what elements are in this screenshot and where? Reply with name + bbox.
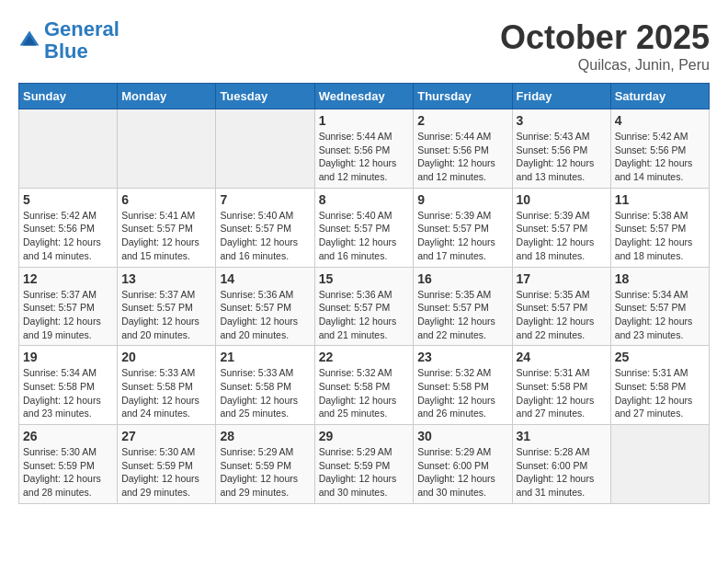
day-cell: 29Sunrise: 5:29 AM Sunset: 5:59 PM Dayli…	[314, 425, 414, 504]
day-cell: 11Sunrise: 5:38 AM Sunset: 5:57 PM Dayli…	[610, 188, 709, 267]
day-number: 10	[517, 192, 607, 207]
day-info: Sunrise: 5:35 AM Sunset: 5:57 PM Dayligh…	[417, 288, 507, 342]
day-info: Sunrise: 5:36 AM Sunset: 5:57 PM Dayligh…	[319, 288, 410, 342]
day-cell: 16Sunrise: 5:35 AM Sunset: 5:57 PM Dayli…	[414, 267, 512, 346]
day-number: 31	[517, 429, 607, 443]
day-number: 7	[220, 192, 310, 207]
weekday-header-row: SundayMondayTuesdayWednesdayThursdayFrid…	[19, 84, 710, 109]
day-number: 27	[121, 429, 211, 443]
week-row-3: 12Sunrise: 5:37 AM Sunset: 5:57 PM Dayli…	[19, 267, 710, 346]
day-info: Sunrise: 5:31 AM Sunset: 5:58 PM Dayligh…	[517, 366, 607, 420]
day-cell: 5Sunrise: 5:42 AM Sunset: 5:56 PM Daylig…	[19, 188, 118, 267]
day-info: Sunrise: 5:44 AM Sunset: 5:56 PM Dayligh…	[319, 130, 410, 184]
day-info: Sunrise: 5:29 AM Sunset: 6:00 PM Dayligh…	[417, 445, 507, 500]
day-number: 30	[417, 429, 507, 443]
day-info: Sunrise: 5:34 AM Sunset: 5:57 PM Dayligh…	[615, 288, 705, 342]
day-number: 28	[220, 429, 310, 443]
day-cell: 3Sunrise: 5:43 AM Sunset: 5:56 PM Daylig…	[512, 109, 610, 189]
week-row-4: 19Sunrise: 5:34 AM Sunset: 5:58 PM Dayli…	[19, 346, 710, 425]
day-number: 6	[121, 192, 211, 207]
weekday-header-monday: Monday	[118, 84, 216, 109]
day-info: Sunrise: 5:30 AM Sunset: 5:59 PM Dayligh…	[23, 445, 113, 500]
day-info: Sunrise: 5:37 AM Sunset: 5:57 PM Dayligh…	[23, 288, 113, 342]
day-cell: 31Sunrise: 5:28 AM Sunset: 6:00 PM Dayli…	[512, 425, 610, 504]
day-cell: 14Sunrise: 5:36 AM Sunset: 5:57 PM Dayli…	[216, 267, 314, 346]
day-cell: 30Sunrise: 5:29 AM Sunset: 6:00 PM Dayli…	[414, 425, 512, 504]
day-info: Sunrise: 5:38 AM Sunset: 5:57 PM Dayligh…	[615, 209, 705, 263]
day-info: Sunrise: 5:31 AM Sunset: 5:58 PM Dayligh…	[615, 366, 705, 420]
weekday-header-wednesday: Wednesday	[314, 84, 414, 109]
month-title: October 2025	[500, 18, 710, 57]
weekday-header-saturday: Saturday	[610, 84, 709, 109]
weekday-header-thursday: Thursday	[414, 84, 512, 109]
day-info: Sunrise: 5:33 AM Sunset: 5:58 PM Dayligh…	[121, 366, 211, 420]
day-cell: 4Sunrise: 5:42 AM Sunset: 5:56 PM Daylig…	[610, 109, 709, 189]
weekday-header-sunday: Sunday	[19, 84, 118, 109]
day-number: 12	[23, 271, 113, 286]
day-number: 23	[417, 350, 507, 364]
day-number: 20	[121, 350, 211, 364]
day-number: 13	[121, 271, 211, 286]
day-number: 16	[417, 271, 507, 286]
day-cell: 2Sunrise: 5:44 AM Sunset: 5:56 PM Daylig…	[414, 109, 512, 189]
weekday-header-friday: Friday	[512, 84, 610, 109]
week-row-1: 1Sunrise: 5:44 AM Sunset: 5:56 PM Daylig…	[19, 109, 710, 189]
day-cell: 12Sunrise: 5:37 AM Sunset: 5:57 PM Dayli…	[19, 267, 118, 346]
day-number: 21	[220, 350, 310, 364]
day-info: Sunrise: 5:36 AM Sunset: 5:57 PM Dayligh…	[220, 288, 310, 342]
logo-icon	[18, 29, 40, 52]
weekday-header-tuesday: Tuesday	[216, 84, 314, 109]
day-cell: 6Sunrise: 5:41 AM Sunset: 5:57 PM Daylig…	[118, 188, 216, 267]
day-cell: 24Sunrise: 5:31 AM Sunset: 5:58 PM Dayli…	[512, 346, 610, 425]
day-cell	[19, 109, 118, 189]
week-row-2: 5Sunrise: 5:42 AM Sunset: 5:56 PM Daylig…	[19, 188, 710, 267]
day-cell: 17Sunrise: 5:35 AM Sunset: 5:57 PM Dayli…	[512, 267, 610, 346]
day-cell: 10Sunrise: 5:39 AM Sunset: 5:57 PM Dayli…	[512, 188, 610, 267]
day-number: 3	[517, 113, 607, 128]
day-info: Sunrise: 5:33 AM Sunset: 5:58 PM Dayligh…	[220, 366, 310, 420]
day-number: 29	[319, 429, 410, 443]
day-info: Sunrise: 5:40 AM Sunset: 5:57 PM Dayligh…	[220, 209, 310, 263]
day-info: Sunrise: 5:39 AM Sunset: 5:57 PM Dayligh…	[417, 209, 507, 263]
day-number: 15	[319, 271, 410, 286]
day-cell: 13Sunrise: 5:37 AM Sunset: 5:57 PM Dayli…	[118, 267, 216, 346]
day-cell	[118, 109, 216, 189]
day-info: Sunrise: 5:43 AM Sunset: 5:56 PM Dayligh…	[517, 130, 607, 184]
day-cell: 22Sunrise: 5:32 AM Sunset: 5:58 PM Dayli…	[314, 346, 414, 425]
day-info: Sunrise: 5:29 AM Sunset: 5:59 PM Dayligh…	[319, 445, 410, 500]
day-cell	[216, 109, 314, 189]
day-cell: 8Sunrise: 5:40 AM Sunset: 5:57 PM Daylig…	[314, 188, 414, 267]
subtitle: Quilcas, Junin, Peru	[500, 57, 710, 74]
day-number: 2	[417, 113, 507, 128]
logo-text: General Blue	[44, 18, 119, 63]
day-cell: 7Sunrise: 5:40 AM Sunset: 5:57 PM Daylig…	[216, 188, 314, 267]
title-area: October 2025 Quilcas, Junin, Peru	[500, 18, 710, 74]
day-number: 9	[417, 192, 507, 207]
day-number: 14	[220, 271, 310, 286]
day-number: 25	[615, 350, 705, 364]
day-info: Sunrise: 5:42 AM Sunset: 5:56 PM Dayligh…	[23, 209, 113, 263]
day-number: 5	[23, 192, 113, 207]
day-info: Sunrise: 5:44 AM Sunset: 5:56 PM Dayligh…	[417, 130, 507, 184]
day-info: Sunrise: 5:35 AM Sunset: 5:57 PM Dayligh…	[517, 288, 607, 342]
day-number: 19	[23, 350, 113, 364]
day-info: Sunrise: 5:32 AM Sunset: 5:58 PM Dayligh…	[319, 366, 410, 420]
day-number: 22	[319, 350, 410, 364]
calendar: SundayMondayTuesdayWednesdayThursdayFrid…	[18, 83, 710, 504]
day-cell: 1Sunrise: 5:44 AM Sunset: 5:56 PM Daylig…	[314, 109, 414, 189]
day-cell	[610, 425, 709, 504]
day-info: Sunrise: 5:40 AM Sunset: 5:57 PM Dayligh…	[319, 209, 410, 263]
day-info: Sunrise: 5:41 AM Sunset: 5:57 PM Dayligh…	[121, 209, 211, 263]
day-cell: 9Sunrise: 5:39 AM Sunset: 5:57 PM Daylig…	[414, 188, 512, 267]
day-number: 1	[319, 113, 410, 128]
day-cell: 25Sunrise: 5:31 AM Sunset: 5:58 PM Dayli…	[610, 346, 709, 425]
day-cell: 15Sunrise: 5:36 AM Sunset: 5:57 PM Dayli…	[314, 267, 414, 346]
header: General Blue October 2025 Quilcas, Junin…	[18, 18, 710, 74]
day-info: Sunrise: 5:42 AM Sunset: 5:56 PM Dayligh…	[615, 130, 705, 184]
day-number: 8	[319, 192, 410, 207]
day-info: Sunrise: 5:28 AM Sunset: 6:00 PM Dayligh…	[517, 445, 607, 500]
day-cell: 28Sunrise: 5:29 AM Sunset: 5:59 PM Dayli…	[216, 425, 314, 504]
day-number: 11	[615, 192, 705, 207]
day-info: Sunrise: 5:34 AM Sunset: 5:58 PM Dayligh…	[23, 366, 113, 420]
logo: General Blue	[18, 18, 119, 63]
